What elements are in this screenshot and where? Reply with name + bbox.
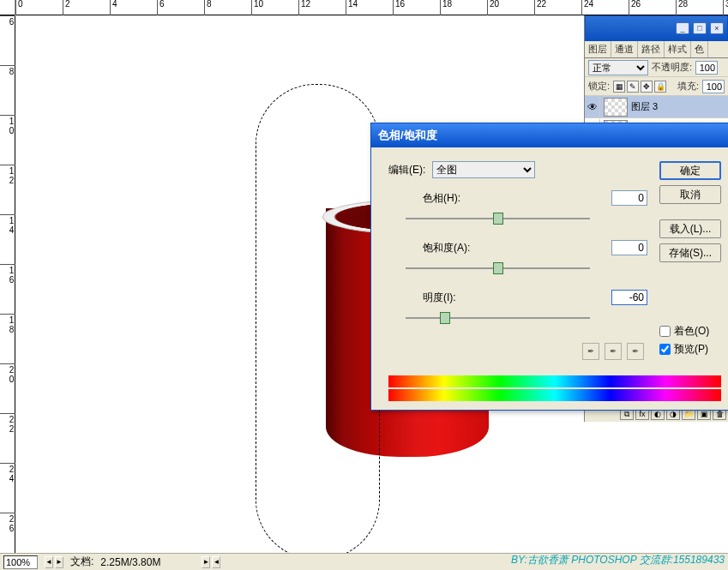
preview-checkbox[interactable]: 预览(P) xyxy=(659,342,721,357)
fill-input[interactable] xyxy=(702,80,725,93)
saturation-slider[interactable] xyxy=(406,259,590,278)
layer-item[interactable]: 👁 图层 3 xyxy=(585,96,728,118)
lightness-slider[interactable] xyxy=(406,309,590,327)
hue-input[interactable] xyxy=(611,190,647,206)
spectrum-top xyxy=(388,375,721,387)
fill-label: 填充: xyxy=(677,80,699,93)
maximize-icon[interactable]: □ xyxy=(693,22,707,34)
lock-pixels-icon[interactable]: ✎ xyxy=(627,81,639,93)
ruler-vertical: 68101214161820222426 xyxy=(0,15,15,555)
dialog-title[interactable]: 色相/饱和度 xyxy=(371,123,728,147)
doc-label: 文档: xyxy=(70,555,93,569)
zoom-input[interactable] xyxy=(3,555,38,569)
lock-transparency-icon[interactable]: ▦ xyxy=(613,81,625,93)
ruler-corner xyxy=(0,0,15,15)
tab-color[interactable]: 色 xyxy=(691,41,708,57)
edit-select[interactable]: 全图 xyxy=(432,161,535,178)
eyedropper-sub-icon[interactable]: ✒ xyxy=(627,343,644,360)
marquee-selection xyxy=(256,84,380,560)
opacity-label: 不透明度: xyxy=(652,61,692,74)
hue-label: 色相(H): xyxy=(423,191,483,206)
arrow-left-icon[interactable]: ◄ xyxy=(45,556,53,568)
save-button[interactable]: 存储(S)... xyxy=(659,243,721,262)
lock-all-icon[interactable]: 🔒 xyxy=(654,81,666,93)
doc-size: 2.25M/3.80M xyxy=(100,556,160,568)
lock-icons: ▦ ✎ ✥ 🔒 xyxy=(613,81,666,93)
ruler-horizontal: 024681012141618202224262830 xyxy=(0,0,728,15)
saturation-label: 饱和度(A): xyxy=(423,241,483,255)
panel-titlebar[interactable]: _ □ × xyxy=(585,15,728,41)
blend-mode-select[interactable]: 正常 xyxy=(588,60,648,75)
eyedropper-icon[interactable]: ✒ xyxy=(582,343,599,360)
opacity-input[interactable] xyxy=(695,61,718,75)
colorize-checkbox[interactable]: 着色(O) xyxy=(659,324,721,339)
minimize-icon[interactable]: _ xyxy=(676,22,689,34)
saturation-input[interactable] xyxy=(611,240,647,255)
hue-slider[interactable] xyxy=(406,209,590,228)
close-icon[interactable]: × xyxy=(710,22,724,34)
lightness-input[interactable] xyxy=(611,290,647,305)
arrow-icon[interactable]: ► xyxy=(202,556,210,568)
arrow-icon[interactable]: ◄ xyxy=(212,556,220,568)
lock-row: 锁定: ▦ ✎ ✥ 🔒 填充: xyxy=(585,77,728,96)
lock-label: 锁定: xyxy=(588,80,610,93)
tab-channels[interactable]: 通道 xyxy=(611,41,638,57)
ok-button[interactable]: 确定 xyxy=(659,161,721,180)
blend-row: 正常 不透明度: xyxy=(585,58,728,77)
eyedropper-add-icon[interactable]: ✒ xyxy=(605,343,622,360)
layer-name[interactable]: 图层 3 xyxy=(631,100,658,113)
tab-styles[interactable]: 样式 xyxy=(665,41,691,57)
spectrum-bottom xyxy=(388,389,721,401)
lock-position-icon[interactable]: ✥ xyxy=(641,81,653,93)
arrow-right-icon[interactable]: ► xyxy=(55,556,63,568)
layer-thumbnail[interactable] xyxy=(604,98,628,117)
edit-label: 编辑(E): xyxy=(388,163,425,177)
load-button[interactable]: 载入(L)... xyxy=(659,219,721,238)
visibility-icon[interactable]: 👁 xyxy=(585,97,600,117)
tab-paths[interactable]: 路径 xyxy=(638,41,665,57)
hue-saturation-dialog[interactable]: 色相/饱和度 编辑(E): 全图 色相(H): 饱和度(A): 明度(I): xyxy=(370,123,728,411)
tab-layers[interactable]: 图层 xyxy=(585,41,611,57)
watermark: BY:古欲香萧 PHOTOSHOP 交流群:155189433 xyxy=(511,553,725,567)
lightness-label: 明度(I): xyxy=(423,291,483,305)
cancel-button[interactable]: 取消 xyxy=(659,185,721,204)
panel-tabs: 图层 通道 路径 样式 色 xyxy=(585,41,728,58)
